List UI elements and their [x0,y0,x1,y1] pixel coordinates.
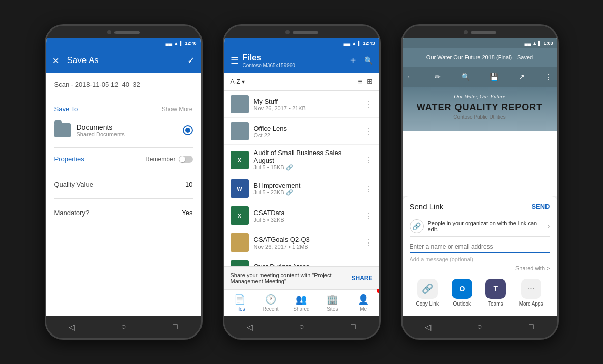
save-toolbar-icon[interactable]: 💾 [490,73,498,81]
nav-square-btn-2[interactable]: □ [347,321,359,333]
file-more-0[interactable]: ⋮ [365,100,373,109]
file-item-3[interactable]: W BI Improvement Jul 5 • 23KB 🔗 ⋮ [224,175,379,202]
radio-selected[interactable] [183,125,193,135]
file-meta-4: Jul 5 • 32KB [254,217,360,223]
remember-row: Remember [145,156,192,163]
search-icon[interactable]: 🔍 [364,56,373,65]
divider-4 [54,198,193,199]
filename-display: Scan - 2018-11-05 12_40_32 [54,79,193,90]
file-item-1[interactable]: Office Lens Oct 22 ⋮ [224,118,379,145]
optional-msg: Add a message (optional) [410,256,550,262]
share-app-more[interactable]: ··· More Apps [519,279,543,307]
signal-icon-2: ▄▄ [343,41,350,46]
file-more-4[interactable]: ⋮ [365,211,373,221]
shared-nav-label: Shared [293,306,309,312]
share-toolbar-icon[interactable]: ↗ [519,73,525,81]
status-bar-1: ▄▄ ▲ ▌ 12:40 [46,38,201,48]
file-item-0[interactable]: My Stuff Nov 26, 2017 • 21KB ⋮ [224,91,379,118]
file-item-4[interactable]: X CSATData Jul 5 • 32KB ⋮ [224,202,379,229]
nav-files[interactable]: 📄 Files [224,290,255,316]
overflow-icon[interactable]: ⋮ [544,72,553,82]
nav-square-btn-1[interactable]: □ [169,321,181,333]
file-thumb-3: W [231,179,249,198]
folder-item[interactable]: Documents Shared Documents [54,120,193,140]
nav-shared[interactable]: 👥 Shared [286,290,317,316]
share-banner: Share your meeting content with "Project… [224,266,379,289]
doc-report-org: Contoso Public Utilities [453,114,505,120]
outlook-icon: O [452,279,472,299]
more-apps-label: More Apps [519,301,543,307]
file-thumb-5 [231,233,249,252]
folder-icon [54,123,71,137]
battery-icon-3: ▌ [538,41,541,46]
shared-with[interactable]: Shared with > [410,265,550,271]
sites-nav-label: Sites [327,306,338,312]
folder-name: Documents [77,123,177,131]
sort-control[interactable]: A-Z ▾ [231,78,245,85]
files-title: Files [243,53,346,63]
file-thumb-0 [231,95,249,113]
file-more-3[interactable]: ⋮ [365,184,373,194]
add-icon[interactable]: + [350,55,356,67]
close-icon[interactable]: ✕ [52,56,59,66]
nav-back-btn-3[interactable]: ◁ [422,321,434,333]
file-item-5[interactable]: CSATGoals Q2-Q3 Nov 26, 2017 • 1.2MB ⋮ [224,229,379,256]
nav-home-btn-2[interactable]: ○ [295,321,307,333]
permission-row[interactable]: 🔗 People in your organization with the l… [410,216,550,237]
status-bar-3: ▄▄ ▲ ▌ 1:03 [403,38,557,48]
file-name-4: CSATData [254,209,360,217]
send-button[interactable]: SEND [531,203,550,210]
file-info-0: My Stuff Nov 26, 2017 • 21KB [254,98,360,111]
nav-recent[interactable]: 🕐 Recent [255,290,286,316]
nav-back-btn-1[interactable]: ◁ [66,321,78,333]
show-more-label[interactable]: Show More [162,106,193,113]
screen-1: ▄▄ ▲ ▌ 12:40 ✕ Save As ✓ Scan - 2018-11-… [46,38,201,316]
battery-icon-1: ▌ [180,41,183,46]
props-row: Properties Remember [54,155,193,163]
file-list: My Stuff Nov 26, 2017 • 21KB ⋮ Office Le… [224,91,379,266]
files-header: ☰ Files Contoso M365x159960 + 🔍 [224,48,379,73]
file-info-4: CSATData Jul 5 • 32KB [254,209,360,223]
share-app-teams[interactable]: T Teams [485,279,506,307]
share-app-outlook[interactable]: O Outlook [452,279,472,307]
perm-icon: 🔗 [410,219,424,233]
quality-item: Quality Value 10 [54,177,193,191]
file-item-6[interactable]: X Over Budget Areas Jul 5 • 16KB ⋮ [224,256,379,266]
list-view-icon[interactable]: ≡ [358,77,362,86]
nav-home-btn-1[interactable]: ○ [117,321,129,333]
file-more-1[interactable]: ⋮ [365,127,373,136]
file-item-2[interactable]: X Audit of Small Business Sales August J… [224,145,379,175]
front-camera-1 [107,30,111,34]
file-more-2[interactable]: ⋮ [365,155,373,165]
search-toolbar-icon[interactable]: 🔍 [461,73,470,81]
menu-icon[interactable]: ☰ [231,55,239,66]
mandatory-value: Yes [182,209,192,217]
files-toolbar: A-Z ▾ ≡ ⊞ [224,73,379,91]
recent-nav-icon: 🕐 [265,294,276,305]
phone-bottom-bar-2: ◁ ○ □ [224,316,379,338]
share-app-copy-link[interactable]: 🔗 Copy Link [416,279,438,307]
file-info-5: CSATGoals Q2-Q3 Nov 26, 2017 • 1.2MB [254,236,360,250]
nav-home-btn-3[interactable]: ○ [473,321,485,333]
share-button[interactable]: SHARE [351,275,372,282]
nav-back-btn-2[interactable]: ◁ [244,321,256,333]
pencil-icon[interactable]: ✏ [435,73,441,81]
file-info-1: Office Lens Oct 22 [254,125,360,138]
check-icon[interactable]: ✓ [187,55,195,66]
speaker-2 [293,31,318,34]
outlook-label: Outlook [453,301,471,307]
nav-sites[interactable]: 🏢 Sites [317,290,348,316]
email-input[interactable] [410,241,550,253]
grid-view-icon[interactable]: ⊞ [367,77,373,86]
divider-2 [54,147,193,148]
signal-icon-1: ▄▄ [165,41,172,46]
back-icon[interactable]: ← [407,72,415,81]
me-nav-icon: 👤 [358,294,369,305]
doc-title-text: Our Water Our Future 2018 (Final) - Save… [426,54,533,60]
file-more-5[interactable]: ⋮ [365,238,373,248]
nav-square-btn-3[interactable]: □ [525,321,537,333]
badge-dot [377,289,379,293]
nav-me[interactable]: 👤 Me [348,290,379,316]
remember-toggle[interactable] [179,156,193,163]
chevron-down-icon: ▾ [242,78,245,85]
